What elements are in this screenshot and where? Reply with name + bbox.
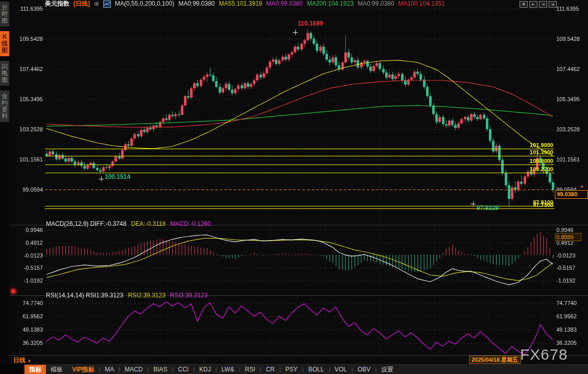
axis-label: -0.0123 — [556, 252, 575, 259]
toolbar-button-RSI[interactable]: RSI — [241, 365, 260, 373]
indicator-header-segment: RSI(14,14,14) RSI1:39.3123 — [46, 292, 123, 299]
axis-label: -1.0192 — [556, 277, 575, 284]
level-label: 101.3900 — [502, 149, 553, 155]
axis-label: 101.1561 — [556, 156, 580, 162]
toolbar-button-VOL[interactable]: VOL — [330, 365, 351, 373]
level-label: 100.8000 — [502, 158, 553, 164]
alert-dot-icon — [11, 289, 15, 293]
indicator-header-segment: RSI2:39.3123 — [128, 292, 165, 299]
axis-label: -0.5157 — [556, 265, 575, 271]
level-label: 97.7300 — [502, 202, 553, 208]
axis-label: 111.6395 — [556, 6, 579, 12]
axis-label: 61.9562 — [556, 313, 577, 319]
axis-label: 103.2528 — [10, 126, 43, 132]
axis-label: 0.4912 — [10, 240, 43, 246]
toolbar-button-MACD[interactable]: MACD — [120, 365, 147, 373]
axis-label: -1.0192 — [10, 277, 43, 284]
header-segment: 美元指数 — [45, 1, 69, 7]
header-segment: ⊕ — [94, 1, 99, 7]
level-label: 100.2200 — [502, 166, 553, 172]
toolbar-button-MA[interactable]: MA — [100, 365, 119, 373]
price-annotation: 110.1699 — [298, 20, 323, 27]
indicator-header-segment: MACD(26,12,9) DIFF:-0.3748 — [46, 220, 126, 227]
sidebar-tab-1[interactable]: K线图 — [0, 31, 9, 56]
indicator-header-segment: MACD:-0.1260 — [170, 220, 210, 227]
crosshair-icon[interactable]: ✜ — [520, 1, 528, 8]
price-annotation: 100.1514 — [105, 174, 130, 180]
axis-label: 61.9562 — [10, 313, 43, 319]
axis-label: 105.3495 — [556, 96, 580, 102]
current-price-box: 99.0380 — [555, 190, 588, 199]
axis-label: 109.5428 — [10, 36, 43, 42]
axis-label: 109.5428 — [556, 36, 580, 42]
axis-label: 36.3205 — [556, 340, 577, 346]
line-chart-icon[interactable] — [103, 1, 111, 8]
axis-label: 107.4462 — [10, 66, 43, 72]
axis-label: 103.2528 — [556, 126, 580, 132]
price-annotation: 97.9229 — [477, 205, 499, 211]
axis-label: 36.3205 — [10, 340, 43, 346]
rsi-header: RSI(14,14,14) RSI1:39.3123RSI2:39.3123RS… — [46, 292, 207, 299]
toolbar-button-VIP指标[interactable]: VIP指标 — [67, 365, 99, 374]
chart-canvas[interactable] — [0, 0, 588, 374]
price-up-arrow-icon: ▲ — [580, 184, 584, 189]
macd-header: MACD(26,12,9) DIFF:-0.3748DEA:-0.3118MAC… — [46, 220, 211, 227]
toolbar-button-CCI[interactable]: CCI — [173, 365, 193, 373]
axis-label: -0.5157 — [10, 265, 43, 271]
fit-right-icon[interactable]: ⇥ — [539, 1, 547, 8]
chart-header: 美元指数[日线]⊕MA(0,55,0,200,0,100)MA0:99.0380… — [45, 1, 445, 7]
axis-label: 74.7740 — [556, 300, 577, 306]
axis-label: 99.0594 — [10, 186, 43, 193]
axis-label: 49.1383 — [10, 326, 43, 333]
header-segment: MA200:104.1923 — [307, 1, 354, 7]
axis-label: 49.1383 — [556, 326, 577, 333]
sidebar-tab-3[interactable]: 合约资料 — [0, 90, 9, 122]
header-segment: [日线] — [74, 1, 90, 7]
axis-label: 0.9946 — [556, 227, 574, 233]
header-segment: MA100:104.1351 — [398, 1, 444, 7]
toolbar-button-模板[interactable]: 模板 — [46, 365, 67, 374]
axis-label: 105.3495 — [10, 96, 43, 102]
axis-label: -0.0123 — [10, 252, 43, 259]
header-segment: MA55:101.3918 — [219, 1, 263, 7]
axis-label: 107.4462 — [556, 66, 580, 72]
sidebar-tab-2[interactable]: 闪电图 — [0, 61, 9, 86]
fit-left-icon[interactable]: ⇤ — [529, 1, 537, 8]
axis-label: 111.6395 — [10, 6, 43, 12]
header-segment: MA(0,55,0,200,0,100) — [115, 1, 174, 7]
toolbar-button-指标[interactable]: 指标 — [25, 365, 46, 374]
macd-value-box: 0.8089 — [555, 233, 581, 241]
toolbar-button-OBV[interactable]: OBV — [353, 365, 375, 373]
left-sidebar: 分时图K线图闪电图合约资料 — [0, 0, 9, 374]
window-buttons: ✜⇤⇥⇲ — [520, 1, 557, 8]
period-selector[interactable]: 日线 ▲ — [13, 356, 31, 365]
toolbar-button-BOLL[interactable]: BOLL — [303, 365, 328, 373]
hover-date-box: 2025/04/18 星期五 — [469, 356, 521, 364]
axis-label: 101.1561 — [10, 156, 43, 162]
toolbar-button-KDJ[interactable]: KDJ — [195, 365, 216, 373]
indicator-header-segment: DEA:-0.3118 — [131, 220, 166, 227]
header-segment: MA0:99.0380 — [178, 1, 215, 7]
toolbar-button-LW&[interactable]: LW& — [217, 365, 239, 373]
indicator-header-segment: RSI3:39.3123 — [170, 292, 207, 299]
pan-icon[interactable]: ⇲ — [549, 1, 557, 8]
toolbar-button-CR[interactable]: CR — [261, 365, 279, 373]
chevron-up-icon: ▲ — [27, 358, 31, 363]
trading-app: 分时图K线图闪电图合约资料 美元指数[日线]⊕MA(0,55,0,200,0,1… — [0, 0, 588, 374]
fx678-watermark: FX678 — [520, 346, 568, 363]
header-segment: MA0:99.0380 — [266, 1, 302, 7]
toolbar-button-BIAS[interactable]: BIAS — [149, 365, 172, 373]
toolbar-notch — [0, 364, 23, 374]
header-segment: MA0:99.0380 — [358, 1, 394, 7]
axis-label: 74.7740 — [10, 300, 43, 306]
bottom-toolbar: 指标模板VIP指标|MA|MACD|BIAS|CCI|KDJ|LW&|RSI|C… — [0, 364, 588, 374]
axis-label: 0.9946 — [10, 227, 43, 233]
period-label: 日线 — [13, 357, 26, 364]
sidebar-tab-0[interactable]: 分时图 — [0, 2, 9, 27]
toolbar-button-PSY[interactable]: PSY — [281, 365, 302, 373]
toolbar-button-设置[interactable]: 设置 — [377, 365, 398, 374]
level-label: 101.9000 — [502, 142, 553, 148]
